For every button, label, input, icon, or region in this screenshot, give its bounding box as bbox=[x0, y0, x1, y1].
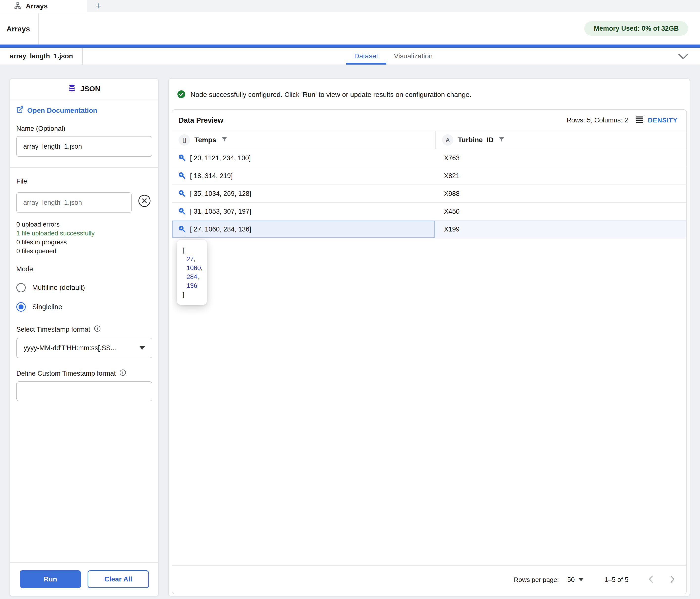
file-field-label: File bbox=[16, 178, 152, 185]
upload-status-list: 0 upload errors1 file uploaded successfu… bbox=[16, 220, 152, 255]
node-status-message: Node successfully configured. Click 'Run… bbox=[191, 91, 471, 99]
tab-visualization[interactable]: Visualization bbox=[386, 48, 441, 65]
info-icon[interactable] bbox=[119, 369, 126, 378]
subheader: array_length_1.json Dataset Visualizatio… bbox=[0, 48, 700, 65]
density-icon bbox=[635, 116, 644, 124]
popover-line: 1060, bbox=[182, 264, 204, 272]
rows-per-page-label: Rows per page: bbox=[514, 576, 559, 584]
collapse-panel-chevron[interactable] bbox=[677, 52, 690, 61]
table-body: [ 20, 1121, 234, 100]X763[ 18, 314, 219]… bbox=[172, 149, 686, 239]
timestamp-format-select[interactable]: yyyy-MM-dd'T'HH:mm:ss[.SS... bbox=[16, 338, 152, 358]
file-tab[interactable]: array_length_1.json bbox=[0, 48, 83, 65]
config-footer: Run Clear All bbox=[10, 563, 158, 596]
table-row[interactable]: [ 20, 1121, 234, 100]X763 bbox=[172, 149, 686, 167]
column-header-temps[interactable]: [] Temps bbox=[172, 131, 435, 149]
temps-cell[interactable]: [ 31, 1053, 307, 197] bbox=[172, 203, 435, 220]
filter-icon[interactable] bbox=[221, 136, 228, 144]
zoom-in-icon[interactable] bbox=[178, 207, 186, 216]
app-root: Arrays + Arrays Memory Used: 0% of 32GB … bbox=[0, 0, 700, 599]
data-preview-card: Data Preview Rows: 5, Columns: 2 DENSITY… bbox=[172, 109, 687, 594]
results-panel: Node successfully configured. Click 'Run… bbox=[168, 78, 690, 597]
file-input[interactable] bbox=[16, 192, 132, 213]
next-page-button[interactable] bbox=[669, 574, 676, 585]
density-label: DENSITY bbox=[648, 117, 677, 124]
turbine-id-cell: X199 bbox=[435, 221, 686, 238]
previous-page-button[interactable] bbox=[647, 574, 655, 585]
tab-dataset[interactable]: Dataset bbox=[346, 48, 386, 65]
upload-status-line: 1 file uploaded successfully bbox=[16, 229, 152, 238]
name-input[interactable] bbox=[16, 136, 152, 157]
page-title: Arrays bbox=[6, 25, 30, 33]
radio-icon[interactable] bbox=[16, 283, 26, 292]
array-type-badge: [] bbox=[179, 134, 190, 146]
workspace-tab-arrays[interactable]: Arrays bbox=[0, 0, 87, 12]
name-field-label: Name (Optional) bbox=[16, 125, 152, 132]
pagination-range: 1–5 of 5 bbox=[604, 576, 628, 584]
app-header: Arrays Memory Used: 0% of 32GB bbox=[0, 13, 700, 45]
timestamp-select-label-row: Select Timestamp format bbox=[16, 325, 152, 334]
density-button[interactable]: DENSITY bbox=[635, 116, 677, 124]
temps-cell[interactable]: [ 20, 1121, 234, 100] bbox=[172, 149, 435, 167]
zoom-in-icon[interactable] bbox=[178, 189, 186, 198]
node-config-panel: JSON Open Documentation Name (Optional) … bbox=[9, 78, 159, 597]
turbine-id-cell: X450 bbox=[435, 203, 686, 220]
temps-value: [ 18, 314, 219] bbox=[190, 172, 233, 180]
clear-all-button[interactable]: Clear All bbox=[88, 570, 149, 588]
mode-options: Multiline (default)Singleline bbox=[16, 283, 152, 311]
mode-radio-singleline[interactable]: Singleline bbox=[16, 302, 152, 311]
node-status-row: Node successfully configured. Click 'Run… bbox=[169, 79, 690, 100]
zoom-in-icon[interactable] bbox=[178, 171, 186, 180]
temps-cell[interactable]: [ 18, 314, 219] bbox=[172, 167, 435, 184]
node-header: JSON bbox=[10, 79, 158, 99]
workspace-tabbar: Arrays + bbox=[0, 0, 700, 13]
remove-file-button[interactable] bbox=[138, 194, 151, 207]
timestamp-select-label: Select Timestamp format bbox=[16, 326, 90, 333]
string-type-badge: A bbox=[442, 134, 453, 146]
temps-cell[interactable]: [ 27, 1060, 284, 136] bbox=[172, 221, 435, 238]
table-column-header: [] Temps A Turbine_ID bbox=[172, 131, 686, 149]
popover-line: ] bbox=[182, 290, 204, 299]
flow-icon bbox=[14, 2, 22, 10]
table-row[interactable]: [ 27, 1060, 284, 136]X199 bbox=[172, 221, 686, 239]
section-divider bbox=[10, 167, 158, 168]
pagination-bar: Rows per page: 50 1–5 of 5 bbox=[172, 565, 686, 594]
external-link-icon bbox=[16, 106, 24, 115]
zoom-in-icon[interactable] bbox=[178, 225, 186, 234]
workspace-tab-label: Arrays bbox=[26, 2, 48, 10]
mode-radio-multiline-default-[interactable]: Multiline (default) bbox=[16, 283, 152, 292]
filter-icon[interactable] bbox=[498, 136, 505, 144]
timestamp-format-value: yyyy-MM-dd'T'HH:mm:ss[.SS... bbox=[24, 344, 116, 352]
array-value-popover: [27,1060,284,136] bbox=[177, 240, 207, 305]
open-documentation-label: Open Documentation bbox=[27, 107, 97, 115]
temps-value: [ 20, 1121, 234, 100] bbox=[190, 154, 251, 162]
radio-label: Multiline (default) bbox=[32, 284, 85, 292]
column-header-turbine-id[interactable]: A Turbine_ID bbox=[435, 131, 686, 149]
memory-usage-badge: Memory Used: 0% of 32GB bbox=[584, 21, 688, 35]
turbine-id-cell: X763 bbox=[435, 149, 686, 167]
run-button[interactable]: Run bbox=[20, 570, 81, 588]
temps-value: [ 27, 1060, 284, 136] bbox=[190, 226, 251, 233]
open-documentation-link[interactable]: Open Documentation bbox=[16, 106, 97, 115]
zoom-in-icon[interactable] bbox=[178, 153, 186, 163]
temps-cell[interactable]: [ 35, 1034, 269, 128] bbox=[172, 185, 435, 202]
check-circle-icon bbox=[177, 90, 186, 100]
table-row[interactable]: [ 35, 1034, 269, 128]X988 bbox=[172, 185, 686, 203]
temps-value: [ 31, 1053, 307, 197] bbox=[190, 208, 251, 216]
turbine-id-cell: X821 bbox=[435, 167, 686, 184]
table-row[interactable]: [ 18, 314, 219]X821 bbox=[172, 167, 686, 185]
view-tabs: Dataset Visualization bbox=[346, 48, 441, 65]
json-node-icon bbox=[68, 84, 76, 94]
rows-per-page-select[interactable]: 50 bbox=[567, 576, 583, 584]
table-row[interactable]: [ 31, 1053, 307, 197]X450 bbox=[172, 203, 686, 221]
new-tab-button[interactable]: + bbox=[87, 0, 109, 12]
mode-label: Mode bbox=[16, 265, 152, 273]
popover-line: [ bbox=[182, 246, 204, 254]
upload-status-line: 0 upload errors bbox=[16, 220, 152, 229]
custom-timestamp-input[interactable] bbox=[16, 381, 152, 401]
radio-icon[interactable] bbox=[16, 302, 26, 311]
header-divider bbox=[38, 14, 39, 45]
popover-line: 284, bbox=[182, 272, 204, 281]
info-icon[interactable] bbox=[94, 325, 101, 334]
upload-status-line: 0 files queued bbox=[16, 247, 152, 255]
node-type-title: JSON bbox=[80, 84, 100, 93]
